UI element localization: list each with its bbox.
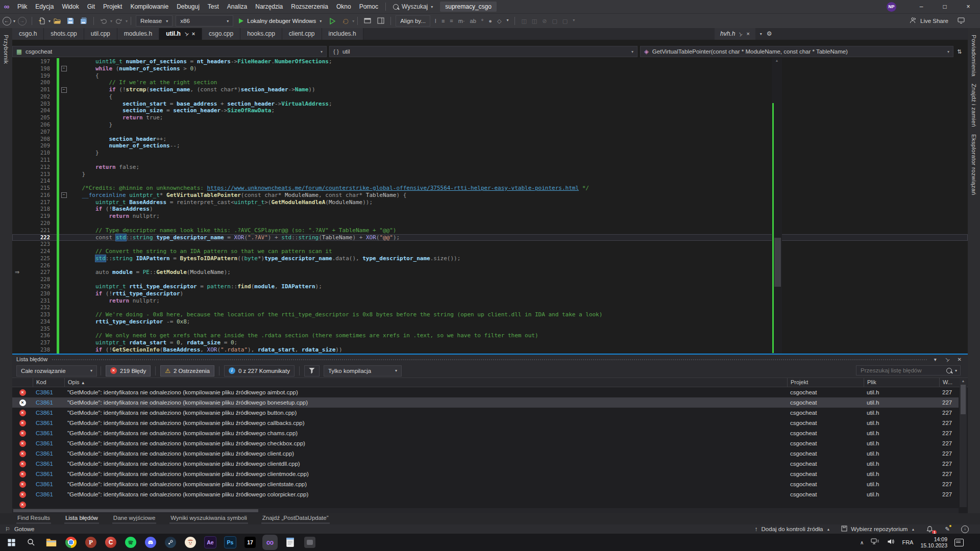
breakpoint-margin[interactable]	[12, 283, 33, 290]
undo-icon[interactable]	[99, 16, 108, 26]
fold-margin[interactable]	[59, 297, 68, 305]
code-line[interactable]: 209 number_of_sections--;	[12, 142, 968, 149]
breakpoint-margin[interactable]	[12, 325, 33, 333]
tab-util-cpp[interactable]: util.cpp	[84, 28, 117, 40]
after-effects-icon[interactable]: Ae	[204, 536, 216, 548]
fold-margin[interactable]	[59, 339, 68, 346]
breakpoint-margin[interactable]	[12, 58, 33, 65]
breakpoint-margin[interactable]	[12, 297, 33, 305]
window-layout-icon[interactable]	[376, 16, 385, 26]
fold-margin[interactable]	[59, 171, 68, 178]
breakpoint-margin[interactable]	[12, 213, 33, 220]
error-code[interactable]: C3861	[33, 491, 64, 497]
error-row[interactable]: ×C3861"GetModule": identyfikatora nie od…	[12, 438, 959, 448]
tab-csgo-cpp[interactable]: csgo.cpp	[202, 28, 240, 40]
menu-item-pomoc[interactable]: Pomoc	[355, 3, 382, 10]
chevron-down-icon[interactable]: ▾	[48, 19, 51, 23]
code-line[interactable]: 198− while (number_of_sections > 0)	[12, 65, 968, 72]
error-code[interactable]: C3861	[33, 430, 64, 436]
network-icon[interactable]	[871, 538, 879, 547]
tray-chevron-up-icon[interactable]: ∧	[860, 540, 864, 545]
code-line[interactable]: 235	[12, 325, 968, 333]
error-code[interactable]: C3861	[33, 440, 64, 446]
fold-margin[interactable]	[59, 318, 68, 325]
breakpoint-margin[interactable]	[12, 178, 33, 185]
tab-client-cpp[interactable]: client.cpp	[282, 28, 322, 40]
window-position-icon[interactable]: ▾	[932, 357, 939, 362]
code-editor[interactable]: 197 uint16_t number_of_sections = nt_hea…	[12, 58, 968, 354]
fold-margin[interactable]	[59, 178, 68, 185]
close-icon[interactable]: ×	[746, 31, 749, 37]
error-code[interactable]: C3861	[33, 389, 64, 395]
fold-margin[interactable]	[59, 227, 68, 234]
save-all-icon[interactable]	[79, 16, 88, 26]
tab-csgo-h[interactable]: csgo.h	[12, 28, 44, 40]
error-list-scrollbar[interactable]: ▲	[960, 379, 967, 507]
fold-collapse-icon[interactable]: −	[61, 87, 67, 93]
error-code[interactable]: C3861	[33, 420, 64, 426]
scroll-up-icon[interactable]: ▲	[960, 379, 967, 383]
sidebar-tab-powiadomienia[interactable]: Powiadomienia	[971, 35, 977, 77]
breakpoint-margin[interactable]	[12, 171, 33, 178]
code-line[interactable]: 233 // We're doing - 0x8 here, because t…	[12, 311, 968, 318]
code-line[interactable]: 234 rtti_type_descriptor -= 0x8;	[12, 318, 968, 325]
pin-icon[interactable]: ⊤	[738, 31, 744, 37]
notepad-icon[interactable]	[284, 536, 296, 548]
code-line[interactable]: 229 uintptr_t rtti_type_descriptor = pat…	[12, 283, 968, 290]
fold-margin[interactable]	[59, 248, 68, 255]
fold-margin[interactable]	[59, 136, 68, 143]
bookmark-icons-group[interactable]: ◫◫⊘▢▢▾	[521, 18, 575, 24]
error-code[interactable]: C3861	[33, 410, 64, 416]
sidebar-tab-eksplorator-rozwi-za[interactable]: Eksplorator rozwiązań	[971, 134, 977, 195]
bottom-tab-dane-wyj-ciowe[interactable]: Dane wyjściowe	[112, 513, 156, 524]
breakpoint-margin[interactable]	[12, 101, 33, 108]
start-without-debugging-icon[interactable]	[328, 16, 337, 26]
fold-margin[interactable]	[59, 262, 68, 269]
fold-margin[interactable]	[59, 142, 68, 149]
error-code[interactable]: C3861	[33, 399, 64, 406]
menu-item-plik[interactable]: Plik	[13, 3, 31, 10]
editor-scrollbar[interactable]: ▲	[772, 58, 782, 354]
fold-margin[interactable]	[59, 332, 68, 339]
bottom-tab-find-results[interactable]: Find Results	[16, 513, 51, 524]
code-line[interactable]: 224 // Convert the string to an IDA patt…	[12, 248, 968, 255]
start-debugging-button[interactable]: Lokalny debuger Windows ▾	[239, 18, 322, 24]
breakpoint-margin[interactable]	[12, 107, 33, 114]
code-line[interactable]: 222 const std::string type_descriptor_na…	[12, 234, 968, 241]
breakpoint-margin[interactable]	[12, 276, 33, 283]
code-line[interactable]: 223	[12, 241, 968, 248]
steam-icon[interactable]	[164, 536, 177, 548]
scrollbar-thumb[interactable]	[13, 509, 258, 512]
code-line[interactable]: 238 if (!GetSectionInfo(BaseAddress, XOR…	[12, 346, 968, 354]
bookmark-arrow-icon[interactable]: ⇒	[12, 269, 33, 276]
fold-margin[interactable]	[59, 346, 68, 354]
breakpoint-margin[interactable]	[12, 311, 33, 318]
error-row[interactable]: ×C3861"GetModule": identyfikatora nie od…	[12, 448, 959, 459]
tab-preview-hvh[interactable]: hvh.h ⊤ ×	[715, 28, 755, 40]
code-line[interactable]: 206 }	[12, 121, 968, 129]
error-row[interactable]: ×C3861"GetModule": identyfikatora nie od…	[12, 479, 959, 489]
code-line[interactable]: 228	[12, 276, 968, 283]
file-explorer-icon[interactable]	[45, 536, 57, 548]
breakpoint-margin[interactable]	[12, 199, 33, 206]
menu-item-narz-dzia[interactable]: Narzędzia	[251, 3, 287, 10]
breakpoint-margin[interactable]	[12, 220, 33, 227]
column-project[interactable]: Projekt	[787, 378, 864, 387]
hot-reload-icon[interactable]	[341, 16, 350, 26]
code-line[interactable]: 204 section_size = section_header->SizeO…	[12, 107, 968, 114]
save-icon[interactable]	[66, 16, 75, 26]
scrollbar-thumb[interactable]	[961, 385, 966, 414]
code-line[interactable]: 212 return false;	[12, 164, 968, 171]
split-editor-icon[interactable]: ⇅	[957, 48, 962, 55]
code-alignment-icons-group[interactable]: Ι≡=m·ab°●◇▾	[435, 18, 509, 24]
fold-margin[interactable]	[59, 283, 68, 290]
messages-filter-button[interactable]: i 0 z 227 Komunikaty	[224, 365, 295, 377]
fold-collapse-icon[interactable]: −	[61, 192, 67, 198]
code-line[interactable]: 205 return true;	[12, 114, 968, 121]
select-repository-button[interactable]: Wybierz repozytorium ▲	[841, 525, 915, 533]
menu-item-debuguj[interactable]: Debuguj	[173, 3, 204, 10]
open-folder-icon[interactable]	[53, 16, 62, 26]
fold-margin[interactable]	[59, 157, 68, 164]
tab-util-h[interactable]: util.h⊤×	[159, 28, 202, 40]
scope-dropdown[interactable]: Całe rozwiązanie▾	[16, 365, 97, 377]
